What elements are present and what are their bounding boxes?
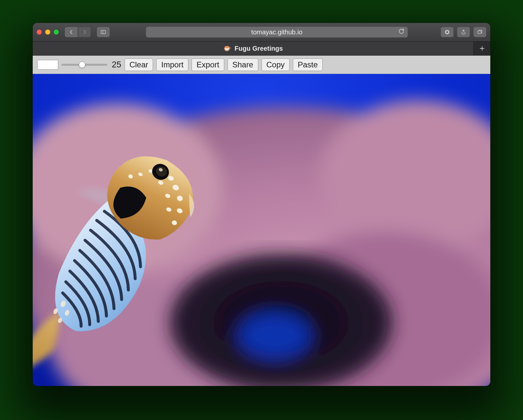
paste-button[interactable]: Paste: [293, 59, 323, 71]
tab-strip: 🐡 Fugu Greetings: [33, 41, 490, 56]
titlebar-right-tools: [441, 27, 486, 37]
clear-button[interactable]: Clear: [125, 59, 153, 71]
app-toolbar: 25 Clear Import Export Share Copy Paste: [33, 56, 490, 74]
address-bar[interactable]: tomayac.github.io: [146, 26, 408, 38]
reload-button[interactable]: [398, 28, 405, 36]
plus-icon: [479, 45, 485, 52]
download-circle-icon: [444, 29, 450, 35]
window-controls: [37, 29, 59, 35]
import-button[interactable]: Import: [156, 59, 188, 71]
share-up-icon: [461, 29, 466, 35]
tab-title: Fugu Greetings: [235, 45, 283, 52]
tab-overview-button[interactable]: [473, 27, 486, 37]
tab-fugu-greetings[interactable]: 🐡 Fugu Greetings: [33, 42, 473, 55]
new-tab-button[interactable]: [473, 42, 490, 55]
color-picker[interactable]: [37, 60, 58, 70]
window-zoom-button[interactable]: [54, 29, 59, 35]
canvas-image: [33, 74, 490, 386]
chevron-right-icon: [82, 29, 88, 35]
sidebar-toggle-button[interactable]: [97, 27, 110, 37]
tab-overview-icon: [477, 29, 483, 35]
chevron-left-icon: [68, 29, 74, 35]
slider-thumb[interactable]: [79, 61, 85, 68]
downloads-button[interactable]: [441, 27, 454, 37]
window-minimize-button[interactable]: [45, 29, 50, 35]
export-button[interactable]: Export: [192, 59, 224, 71]
svg-point-11: [239, 313, 311, 359]
share-button[interactable]: Share: [228, 59, 258, 71]
brush-size-slider[interactable]: [61, 61, 107, 69]
svg-rect-3: [478, 31, 481, 33]
browser-titlebar: tomayac.github.io: [33, 23, 490, 41]
copy-button[interactable]: Copy: [262, 59, 290, 71]
nav-back-button[interactable]: [65, 27, 78, 37]
sidebar-icon: [100, 29, 106, 35]
address-bar-text: tomayac.github.io: [251, 28, 303, 36]
system-share-button[interactable]: [457, 27, 470, 37]
browser-window: tomayac.github.io: [33, 23, 490, 386]
tab-favicon: 🐡: [223, 45, 231, 52]
brush-size-value: 25: [112, 60, 121, 70]
svg-rect-0: [101, 30, 106, 34]
reload-icon: [398, 28, 405, 35]
nav-forward-button[interactable]: [78, 27, 91, 37]
canvas-area[interactable]: [33, 74, 490, 386]
window-close-button[interactable]: [37, 29, 42, 35]
nav-back-forward: [65, 27, 91, 37]
